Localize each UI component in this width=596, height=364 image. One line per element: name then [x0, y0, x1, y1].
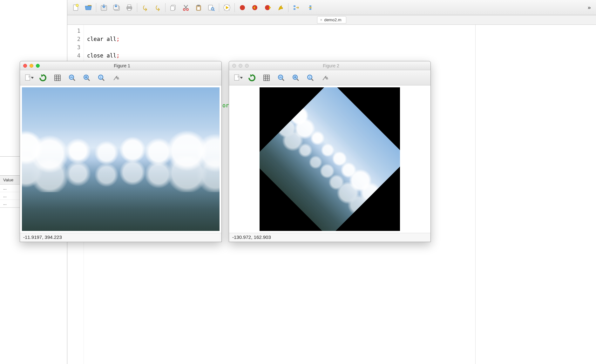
toolbar-separator — [165, 3, 166, 12]
window-close-icon[interactable] — [23, 64, 27, 68]
figure-canvas[interactable] — [231, 87, 429, 231]
figure-canvas-wrap — [20, 85, 221, 233]
figure-title: Figure 2 — [251, 63, 411, 68]
svg-text:1: 1 — [309, 76, 310, 79]
pan-tool-icon[interactable] — [23, 73, 33, 83]
svg-rect-13 — [197, 5, 200, 6]
window-minimize-icon[interactable] — [239, 64, 242, 68]
figure-title: Figure 1 — [42, 63, 202, 68]
svg-rect-14 — [197, 7, 200, 10]
svg-point-1 — [76, 4, 78, 7]
save-all-icon[interactable] — [111, 2, 122, 13]
toolbar-separator — [288, 3, 288, 12]
aerial-image — [22, 87, 220, 231]
rotated-image-container — [260, 87, 400, 231]
clear-breakpoints-icon[interactable] — [275, 2, 286, 13]
code-punct: ; — [116, 36, 119, 42]
toolbar-separator — [137, 3, 137, 12]
paste-icon[interactable] — [193, 2, 204, 13]
figure-canvas[interactable] — [22, 87, 220, 231]
cut-icon[interactable] — [180, 2, 192, 13]
code-punct: ; — [116, 52, 119, 59]
copy-icon[interactable] — [167, 2, 179, 13]
main-toolbar: » — [67, 0, 596, 15]
grid-icon[interactable] — [52, 73, 63, 83]
window-minimize-icon[interactable] — [30, 64, 33, 68]
zoom-original-icon[interactable]: 1 — [96, 73, 106, 83]
rotate-icon[interactable] — [247, 73, 257, 83]
redo-icon[interactable] — [152, 2, 163, 13]
figure-window-1[interactable]: Figure 1 1 -11.9197, 394.223 — [20, 61, 222, 242]
window-close-icon[interactable] — [232, 64, 236, 68]
svg-rect-9 — [171, 6, 174, 10]
svg-marker-30 — [31, 77, 33, 79]
svg-rect-25 — [294, 8, 295, 10]
zoom-out-icon[interactable] — [67, 73, 77, 83]
line-number: 1 — [69, 27, 80, 35]
step-forward-icon[interactable] — [262, 2, 274, 13]
step-out-icon[interactable] — [303, 2, 315, 13]
save-icon[interactable] — [98, 2, 110, 13]
figure-status: -130.972, 162.903 — [229, 233, 430, 242]
step-back-icon[interactable] — [249, 2, 261, 13]
close-icon[interactable]: × — [320, 18, 322, 22]
figure-titlebar[interactable]: Figure 1 — [20, 61, 221, 70]
figure-window-2[interactable]: Figure 2 1 — [229, 61, 431, 242]
find-icon[interactable] — [206, 2, 217, 13]
zoom-in-icon[interactable] — [82, 73, 92, 83]
svg-marker-23 — [269, 6, 271, 9]
window-zoom-icon[interactable] — [36, 64, 40, 68]
step-in-icon[interactable] — [290, 2, 302, 13]
line-number: 2 — [69, 35, 80, 43]
svg-point-19 — [240, 5, 245, 10]
breakpoint-icon[interactable] — [237, 2, 248, 13]
editor-tab[interactable]: × demo2.m — [317, 16, 346, 24]
axes-tool-icon[interactable] — [111, 73, 121, 83]
zoom-in-icon[interactable] — [291, 73, 301, 83]
editor-right-pane — [475, 25, 596, 364]
editor-tabbar: × demo2.m — [67, 15, 596, 25]
svg-rect-6 — [128, 5, 131, 7]
toolbar-separator — [96, 3, 96, 12]
open-folder-icon[interactable] — [83, 2, 94, 13]
editor-tab-label: demo2.m — [324, 17, 341, 22]
axes-tool-icon[interactable] — [320, 73, 330, 83]
grid-icon[interactable] — [261, 73, 272, 83]
figure-toolbar: 1 — [229, 70, 430, 85]
svg-rect-7 — [128, 9, 131, 10]
new-file-icon[interactable] — [70, 2, 81, 13]
figure-canvas-wrap — [229, 85, 430, 233]
figure-titlebar[interactable]: Figure 2 — [229, 61, 430, 70]
pan-tool-icon[interactable] — [232, 73, 242, 83]
line-number: 3 — [69, 43, 80, 51]
toolbar-separator — [234, 3, 235, 12]
run-icon[interactable] — [221, 2, 233, 13]
toolbar-separator — [219, 3, 219, 12]
svg-text:1: 1 — [100, 76, 101, 79]
rotated-aerial-image — [260, 87, 400, 231]
figure-toolbar: 1 — [20, 70, 221, 85]
undo-icon[interactable] — [139, 2, 151, 13]
figure-status: -11.9197, 394.223 — [20, 233, 221, 242]
toolbar-overflow-icon[interactable]: » — [585, 4, 593, 11]
print-icon[interactable] — [124, 2, 135, 13]
zoom-original-icon[interactable]: 1 — [305, 73, 315, 83]
window-zoom-icon[interactable] — [245, 64, 249, 68]
svg-rect-36 — [234, 75, 239, 80]
svg-rect-28 — [25, 75, 30, 80]
code-text: clear all — [87, 36, 116, 42]
line-number: 4 — [69, 51, 80, 60]
svg-rect-24 — [294, 5, 295, 7]
code-text: close all — [87, 52, 116, 59]
rotate-icon[interactable] — [38, 73, 48, 83]
svg-marker-38 — [240, 77, 242, 79]
zoom-out-icon[interactable] — [276, 73, 286, 83]
